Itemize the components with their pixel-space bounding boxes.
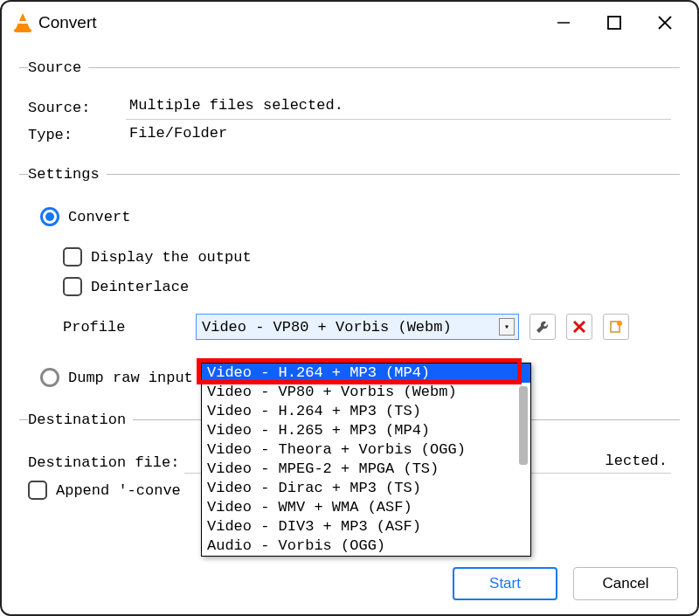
convert-radio-label: Convert bbox=[68, 209, 130, 225]
profile-option[interactable]: Video - DIV3 + MP3 (ASF) bbox=[202, 517, 530, 536]
maximize-icon bbox=[607, 16, 621, 30]
profile-option[interactable]: Video - H.265 + MP3 (MP4) bbox=[202, 421, 530, 440]
maximize-button[interactable] bbox=[589, 2, 640, 44]
chevron-down-icon: ▾ bbox=[499, 318, 515, 336]
titlebar: Convert bbox=[2, 2, 697, 44]
source-label: Source: bbox=[28, 100, 115, 116]
radio-off-icon bbox=[40, 368, 59, 387]
x-icon bbox=[572, 320, 586, 334]
checkbox-icon bbox=[28, 481, 47, 500]
source-legend: Source bbox=[28, 59, 88, 76]
append-converted-checkbox[interactable]: Append '-conve bbox=[28, 481, 181, 500]
source-group: Source Source: Multiple files selected. … bbox=[19, 59, 680, 156]
svg-point-7 bbox=[617, 321, 622, 326]
checkbox-icon bbox=[63, 277, 82, 296]
display-output-checkbox[interactable]: Display the output bbox=[63, 247, 252, 266]
type-value: File/Folder bbox=[126, 123, 671, 147]
convert-radio[interactable]: Convert bbox=[40, 207, 130, 226]
profile-option[interactable]: Audio - Vorbis (OGG) bbox=[202, 536, 530, 556]
profile-option[interactable]: Video - H.264 + MP3 (TS) bbox=[202, 402, 530, 421]
delete-profile-button[interactable] bbox=[566, 314, 592, 340]
checkbox-icon bbox=[63, 247, 82, 266]
wrench-icon bbox=[535, 319, 550, 335]
dump-raw-label: Dump raw input bbox=[68, 370, 193, 386]
profile-label: Profile bbox=[63, 319, 185, 336]
type-label: Type: bbox=[28, 127, 115, 143]
close-icon bbox=[657, 15, 673, 31]
source-value: Multiple files selected. bbox=[126, 95, 671, 120]
append-converted-label: Append '-conve bbox=[56, 482, 181, 499]
window-controls bbox=[538, 2, 690, 44]
close-button[interactable] bbox=[640, 2, 690, 44]
profile-selected-value: Video - VP80 + Vorbis (Webm) bbox=[202, 319, 452, 336]
destination-file-label: Destination file: bbox=[28, 454, 179, 471]
minimize-icon bbox=[556, 15, 571, 31]
profile-option[interactable]: Video - VP80 + Vorbis (Webm) bbox=[202, 383, 530, 402]
profile-option[interactable]: Video - MPEG-2 + MPGA (TS) bbox=[202, 460, 530, 479]
cancel-button[interactable]: Cancel bbox=[573, 567, 678, 600]
svg-rect-1 bbox=[608, 17, 620, 29]
deinterlace-checkbox[interactable]: Deinterlace bbox=[63, 277, 189, 296]
dropdown-scrollbar[interactable] bbox=[519, 386, 528, 465]
window-title: Convert bbox=[38, 13, 531, 32]
display-output-label: Display the output bbox=[91, 249, 252, 266]
minimize-button[interactable] bbox=[538, 2, 589, 44]
profile-option[interactable]: Video - Dirac + MP3 (TS) bbox=[202, 479, 530, 498]
profile-option[interactable]: Video - WMV + WMA (ASF) bbox=[202, 498, 530, 517]
dump-raw-radio[interactable]: Dump raw input bbox=[40, 368, 193, 387]
profile-combobox[interactable]: Video - VP80 + Vorbis (Webm) ▾ bbox=[196, 314, 519, 340]
profile-option[interactable]: Video - Theora + Vorbis (OGG) bbox=[202, 440, 530, 460]
settings-legend: Settings bbox=[28, 166, 107, 183]
deinterlace-label: Deinterlace bbox=[91, 279, 189, 295]
new-profile-button[interactable] bbox=[603, 314, 629, 340]
radio-on-icon bbox=[40, 207, 59, 226]
edit-profile-button[interactable] bbox=[529, 314, 556, 340]
profile-dropdown-list[interactable]: Video - H.264 + MP3 (MP4) Video - VP80 +… bbox=[201, 363, 531, 557]
profile-option[interactable]: Video - H.264 + MP3 (MP4) bbox=[202, 363, 530, 383]
destination-legend: Destination bbox=[28, 412, 133, 428]
vlc-cone-icon bbox=[14, 13, 31, 32]
convert-dialog: Convert Source Source: Multiple files se… bbox=[0, 0, 699, 616]
new-document-icon bbox=[609, 320, 623, 334]
start-button[interactable]: Start bbox=[453, 567, 557, 600]
